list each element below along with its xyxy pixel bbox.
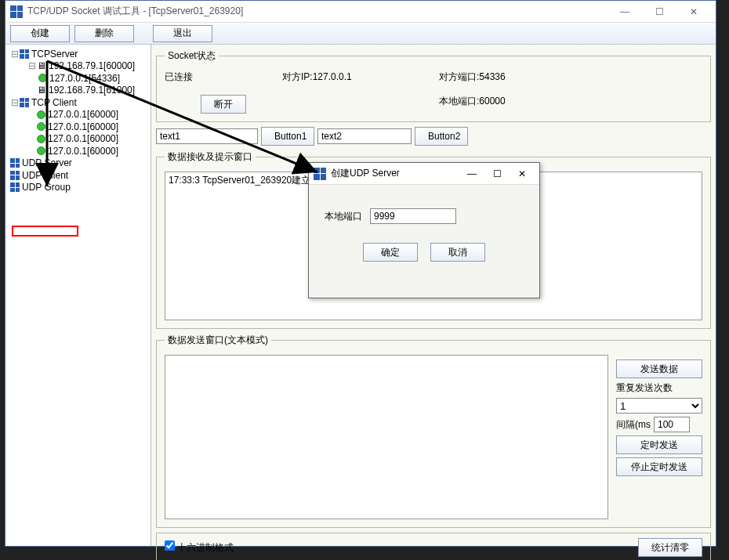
- tree-panel[interactable]: ⊟ TCPServer ⊟🖥192.168.79.1[60000] 127.0.…: [5, 45, 151, 546]
- peer-port: 对方端口:54336: [439, 70, 564, 84]
- tree-udp-server[interactable]: UDP Server: [7, 157, 149, 170]
- status-dot-icon: [37, 135, 45, 143]
- tree-udp-group[interactable]: UDP Group: [7, 182, 149, 194]
- timed-send-button[interactable]: 定时发送: [616, 435, 702, 454]
- right-panel: Socket状态 已连接 对方IP:127.0.0.1 对方端口:54336 断…: [151, 45, 716, 546]
- dialog-maximize-icon[interactable]: ☐: [484, 168, 510, 179]
- text1-input[interactable]: [156, 128, 258, 144]
- repeat-select[interactable]: 1: [616, 398, 702, 414]
- send-legend: 数据发送窗口(文本模式): [165, 334, 271, 347]
- titlebar: TCP/UDP Socket 调试工具 - [TcpServer01_26392…: [5, 1, 716, 23]
- status-connected: 已连接: [165, 70, 282, 84]
- tree-item[interactable]: ⊟🖥192.168.79.1[60000]: [7, 60, 149, 73]
- interval-label: 间隔(ms: [616, 418, 651, 432]
- bottom-row: 十六进制格式 统计清零: [156, 533, 711, 560]
- port-input[interactable]: [370, 208, 456, 224]
- tree-tcp-client[interactable]: ⊟ TCP Client: [7, 96, 149, 109]
- tree-item[interactable]: 127.0.0.1[60000]: [7, 121, 149, 133]
- tree-item[interactable]: 127.0.0.1[54336]: [7, 72, 149, 85]
- hex-checkbox-label[interactable]: 十六进制格式: [165, 540, 234, 555]
- tree-item[interactable]: 127.0.0.1[60000]: [7, 145, 149, 157]
- dialog-close-icon[interactable]: ✕: [510, 168, 535, 179]
- input-row: Button1 Button2: [156, 127, 711, 146]
- collapse-icon[interactable]: ⊟: [10, 49, 20, 60]
- dialog-minimize-icon[interactable]: —: [459, 168, 484, 179]
- recv-legend: 数据接收及提示窗口: [165, 150, 256, 164]
- repeat-label: 重复发送次数: [616, 381, 702, 395]
- socket-status-group: Socket状态 已连接 对方IP:127.0.0.1 对方端口:54336 断…: [156, 49, 711, 122]
- main-window: TCP/UDP Socket 调试工具 - [TcpServer01_26392…: [5, 0, 716, 547]
- local-port: 本地端口:60000: [439, 95, 564, 114]
- maximize-icon[interactable]: ☐: [642, 2, 676, 22]
- tree-tcp-server[interactable]: ⊟ TCPServer: [7, 48, 149, 60]
- window-title: TCP/UDP Socket 调试工具 - [TcpServer01_26392…: [27, 5, 608, 18]
- status-dot-icon: [37, 146, 45, 155]
- app-icon: [314, 168, 326, 180]
- peer-ip: 对方IP:127.0.0.1: [282, 70, 439, 84]
- toolbar: 创建 删除 退出: [5, 23, 716, 45]
- status-legend: Socket状态: [165, 49, 219, 63]
- button1[interactable]: Button1: [261, 127, 314, 146]
- create-button[interactable]: 创建: [10, 25, 70, 42]
- minimize-icon[interactable]: —: [608, 2, 642, 22]
- close-icon[interactable]: ✕: [676, 2, 711, 22]
- status-dot-icon: [37, 122, 45, 131]
- port-label: 本地端口: [325, 210, 362, 223]
- button2[interactable]: Button2: [415, 127, 468, 146]
- status-dot-icon: [38, 74, 47, 82]
- cancel-button[interactable]: 取消: [430, 243, 485, 262]
- ok-button[interactable]: 确定: [363, 243, 418, 262]
- hex-checkbox[interactable]: [165, 540, 175, 551]
- interval-input[interactable]: [654, 417, 690, 432]
- delete-button[interactable]: 删除: [74, 25, 134, 42]
- highlight-box: [12, 226, 78, 237]
- dialog-title: 创建UDP Server: [331, 167, 459, 180]
- tree-udp-client[interactable]: UDP Client: [7, 169, 149, 182]
- app-icon: [10, 5, 23, 18]
- exit-button[interactable]: 退出: [153, 25, 212, 42]
- send-group: 数据发送窗口(文本模式) 发送数据 重复发送次数 1 间隔(ms 定时发送 停止…: [156, 334, 711, 528]
- status-dot-icon: [37, 110, 45, 119]
- disconnect-button[interactable]: 断开: [201, 95, 246, 114]
- send-button[interactable]: 发送数据: [616, 359, 702, 378]
- tree-item[interactable]: 127.0.0.1[60000]: [7, 133, 149, 146]
- tree-item[interactable]: 127.0.0.1[60000]: [7, 109, 149, 121]
- create-udp-dialog: 创建UDP Server — ☐ ✕ 本地端口 确定 取消: [308, 162, 540, 298]
- stop-timed-button[interactable]: 停止定时发送: [616, 457, 702, 476]
- collapse-icon[interactable]: ⊟: [10, 97, 20, 108]
- send-textarea[interactable]: [165, 355, 608, 519]
- tree-item[interactable]: 🖥192.168.79.1[61000]: [7, 85, 149, 97]
- text2-input[interactable]: [317, 128, 412, 144]
- stats-clear-button[interactable]: 统计清零: [638, 538, 702, 557]
